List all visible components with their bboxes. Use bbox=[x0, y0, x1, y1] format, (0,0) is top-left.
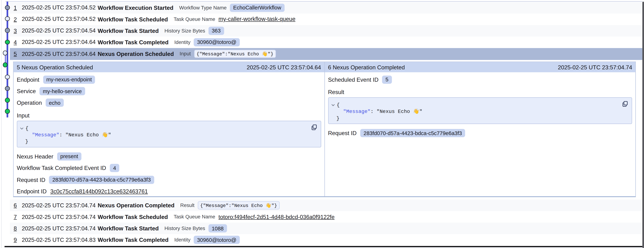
detail-field: Request ID283fd070-d57a-4423-bdca-c5c779… bbox=[17, 174, 321, 186]
event-id-link[interactable]: 3 bbox=[14, 27, 17, 34]
detail-value-badge: echo bbox=[46, 99, 64, 107]
detail-value-link[interactable]: 3c0c75ccfa8144b092c13ce632463761 bbox=[50, 188, 148, 195]
event-detail-panels: 5 Nexus Operation Scheduled 2025-02-25 U… bbox=[13, 62, 636, 197]
event-name: Workflow Task Scheduled bbox=[98, 16, 168, 22]
panel-title: 5 Nexus Operation Scheduled bbox=[17, 64, 93, 71]
event-name: Workflow Task Started bbox=[98, 225, 159, 232]
event-name: Workflow Execution Started bbox=[98, 4, 174, 11]
event-detail-label: Task Queue Name bbox=[174, 214, 215, 220]
detail-value-badge: 1088 bbox=[208, 224, 227, 233]
detail-value-badge: 283fd070-d57a-4423-bdca-c5c779e6a3f3 bbox=[49, 176, 154, 184]
copy-icon[interactable] bbox=[622, 101, 628, 107]
event-row[interactable]: 6 2025-02-25 UTC 23:57:04.74 Nexus Opera… bbox=[10, 200, 642, 211]
table-top-border bbox=[6, 1, 642, 2]
detail-value-badge: 5 bbox=[382, 75, 392, 83]
detail-value-badge: my-hello-service bbox=[40, 87, 85, 95]
event-id-cell: 7 bbox=[10, 214, 22, 220]
event-timestamp: 2025-02-25 UTC 23:57:04.54 bbox=[22, 27, 98, 34]
event-id-link[interactable]: 2 bbox=[14, 16, 17, 22]
event-id-link[interactable]: 8 bbox=[14, 225, 17, 232]
field-label: Service bbox=[17, 88, 36, 94]
event-detail-label: Identity bbox=[174, 39, 190, 45]
panel-header: 5 Nexus Operation Scheduled 2025-02-25 U… bbox=[14, 62, 324, 72]
field-label: Scheduled Event ID bbox=[328, 76, 378, 83]
json-code-line: } bbox=[328, 115, 632, 122]
chevron-down-icon[interactable] bbox=[331, 103, 335, 107]
field-label: Endpoint ID bbox=[17, 188, 46, 195]
workflow-event-history-view: 1 2025-02-25 UTC 23:57:04.52 Workflow Ex… bbox=[0, 0, 644, 248]
panel-timestamp: 2025-02-25 UTC 23:57:04.74 bbox=[558, 64, 632, 71]
panel-timestamp: 2025-02-25 UTC 23:57:04.64 bbox=[247, 64, 321, 71]
panel-header: 6 Nexus Operation Completed 2025-02-25 U… bbox=[325, 62, 636, 72]
event-id-cell: 8 bbox=[10, 225, 22, 232]
event-id-link[interactable]: 6 bbox=[14, 202, 17, 209]
event-timeline-graph bbox=[0, 0, 11, 123]
event-timestamp: 2025-02-25 UTC 23:57:04.74 bbox=[22, 203, 98, 209]
detail-value-badge: present bbox=[57, 152, 81, 161]
field-label: Endpoint bbox=[17, 76, 39, 83]
event-id-link[interactable]: 5 bbox=[14, 51, 17, 57]
timeline-event-dot bbox=[3, 62, 8, 67]
event-timestamp: 2025-02-25 UTC 23:57:04.52 bbox=[22, 16, 98, 22]
chevron-down-icon[interactable] bbox=[20, 126, 24, 131]
event-detail-panel: 5 Nexus Operation Scheduled 2025-02-25 U… bbox=[14, 62, 324, 196]
event-row[interactable]: 1 2025-02-25 UTC 23:57:04.52 Workflow Ex… bbox=[10, 2, 642, 13]
event-row[interactable]: 5 2025-02-25 UTC 23:57:04.64 Nexus Opera… bbox=[10, 48, 642, 60]
timeline-event-dot bbox=[5, 75, 10, 79]
copy-icon[interactable] bbox=[311, 124, 317, 130]
timeline-event-dot bbox=[5, 16, 10, 21]
detail-value-code: {"Message":"Nexus Echo 👋"} bbox=[198, 201, 280, 210]
detail-value-badge: my-nexus-endpoint bbox=[43, 75, 95, 83]
event-row[interactable]: 9 2025-02-25 UTC 23:57:04.83 Workflow Ta… bbox=[10, 234, 642, 246]
scrollbar-thumb[interactable] bbox=[642, 2, 644, 248]
event-detail-panel: 6 Nexus Operation Completed 2025-02-25 U… bbox=[324, 62, 636, 196]
json-code-line: { bbox=[328, 102, 632, 109]
event-id-cell: 5 bbox=[10, 51, 22, 57]
json-code-line: "Message": "Nexus Echo 👋" bbox=[328, 109, 632, 115]
detail-value-badge: 30960@totoro@ bbox=[194, 236, 240, 244]
event-id-cell: 9 bbox=[10, 237, 22, 243]
timeline-event-dot bbox=[5, 86, 10, 91]
event-id-link[interactable]: 9 bbox=[14, 237, 17, 243]
field-label: Request ID bbox=[17, 177, 45, 183]
event-detail-label: Input bbox=[180, 51, 191, 57]
event-id-cell: 6 bbox=[10, 202, 22, 209]
timeline-event-dot bbox=[5, 109, 10, 114]
event-id-cell: 1 bbox=[10, 4, 22, 11]
event-row[interactable]: 7 2025-02-25 UTC 23:57:04.74 Workflow Ta… bbox=[10, 211, 642, 223]
detail-field: Servicemy-hello-service bbox=[17, 85, 321, 97]
timeline-event-dot bbox=[5, 5, 10, 10]
event-timestamp: 2025-02-25 UTC 23:57:04.83 bbox=[22, 237, 98, 243]
detail-value-code: {"Message":"Nexus Echo 👋"} bbox=[194, 50, 276, 58]
detail-value-link[interactable]: my-caller-workflow-task-queue bbox=[218, 16, 296, 22]
event-detail-label: Task Queue Name bbox=[174, 16, 215, 22]
event-detail-label: History Size Bytes bbox=[164, 226, 205, 232]
json-code-lines: {"Message": "Nexus Echo 👋"} bbox=[328, 98, 632, 122]
event-row[interactable]: 3 2025-02-25 UTC 23:57:04.54 Workflow Ta… bbox=[10, 25, 642, 36]
json-code-block: {"Message": "Nexus Echo 👋"} bbox=[17, 121, 321, 147]
event-id-link[interactable]: 1 bbox=[14, 4, 17, 11]
timeline-event-dot bbox=[5, 98, 10, 103]
event-id-link[interactable]: 4 bbox=[14, 39, 17, 45]
event-timestamp: 2025-02-25 UTC 23:57:04.52 bbox=[22, 4, 98, 11]
event-row[interactable]: 8 2025-02-25 UTC 23:57:04.74 Workflow Ta… bbox=[10, 223, 642, 234]
event-id-cell: 4 bbox=[10, 39, 22, 45]
event-name: Workflow Task Started bbox=[98, 27, 159, 34]
event-name: Nexus Operation Completed bbox=[98, 202, 174, 209]
detail-field: Nexus Headerpresent bbox=[17, 151, 321, 162]
event-row[interactable]: 4 2025-02-25 UTC 23:57:04.64 Workflow Ta… bbox=[10, 36, 642, 48]
detail-value-link[interactable]: totoro:f494fecf-2d51-4d48-bdcd-036a0f912… bbox=[218, 214, 335, 220]
event-id-link[interactable]: 7 bbox=[14, 214, 17, 220]
json-key: "Message" bbox=[343, 109, 370, 115]
event-id-cell: 3 bbox=[10, 27, 22, 34]
detail-value-badge: 30960@totoro@ bbox=[194, 38, 240, 46]
panel-body: Endpointmy-nexus-endpointServicemy-hello… bbox=[14, 72, 324, 196]
field-label: Result bbox=[328, 85, 632, 97]
json-key: "Message" bbox=[32, 132, 59, 138]
below-divider-strip bbox=[4, 247, 642, 248]
event-timestamp: 2025-02-25 UTC 23:57:04.64 bbox=[22, 39, 98, 45]
event-timestamp: 2025-02-25 UTC 23:57:04.64 bbox=[22, 51, 98, 57]
panel-body: Scheduled Event ID5Result {"Message": "N… bbox=[325, 72, 636, 139]
event-detail-label: Result bbox=[180, 203, 194, 209]
event-row[interactable]: 2 2025-02-25 UTC 23:57:04.52 Workflow Ta… bbox=[10, 13, 642, 25]
